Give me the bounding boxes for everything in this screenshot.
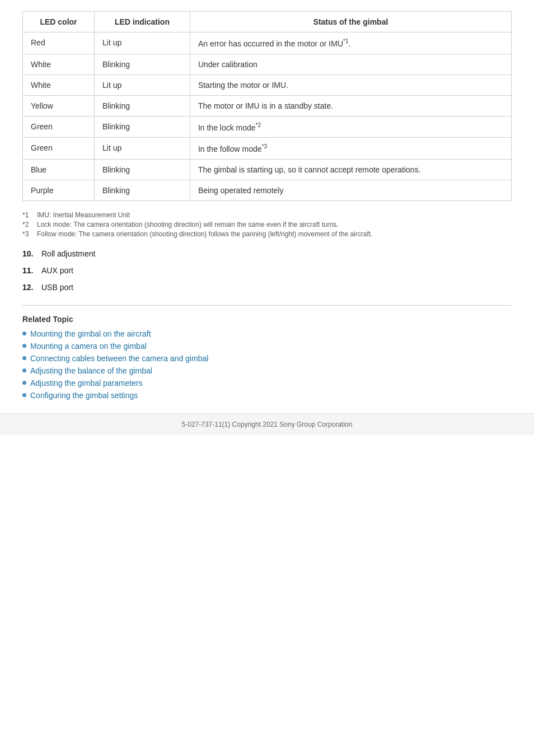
list-item: Adjusting the gimbal parameters	[22, 379, 512, 388]
table-row: BlueBlinkingThe gimbal is starting up, s…	[23, 159, 512, 180]
list-item: Adjusting the balance of the gimbal	[22, 366, 512, 375]
section-label: USB port	[41, 283, 73, 292]
bullet-icon	[22, 344, 26, 348]
section-number: 10.	[22, 249, 38, 258]
footnote-item: *1IMU: Inertial Measurement Unit	[22, 211, 512, 219]
footnote-text: Lock mode: The camera orientation (shoot…	[37, 221, 339, 228]
footnote-text: IMU: Inertial Measurement Unit	[37, 211, 130, 219]
cell-led-indication: Lit up	[95, 74, 190, 95]
list-item: Mounting the gimbal on the aircraft	[22, 329, 512, 338]
cell-led-status: Starting the motor or IMU.	[190, 74, 511, 95]
footnotes-section: *1IMU: Inertial Measurement Unit*2Lock m…	[22, 211, 512, 238]
cell-led-color: Blue	[23, 159, 95, 180]
table-header-indication: LED indication	[95, 12, 190, 32]
section-label: Roll adjustment	[41, 249, 96, 258]
table-header-status: Status of the gimbal	[190, 12, 511, 32]
bullet-icon	[22, 368, 26, 372]
table-row: WhiteLit upStarting the motor or IMU.	[23, 74, 512, 95]
related-link[interactable]: Mounting the gimbal on the aircraft	[30, 329, 151, 338]
related-links-list: Mounting the gimbal on the aircraftMount…	[22, 329, 512, 400]
footnote-num: *2	[22, 221, 34, 228]
section-divider	[22, 305, 512, 306]
cell-led-status: Under calibration	[190, 54, 511, 74]
cell-led-status: In the lock mode*2	[190, 116, 511, 138]
section-item: 11.AUX port	[22, 266, 512, 275]
related-link[interactable]: Connecting cables between the camera and…	[30, 354, 208, 363]
cell-led-color: Red	[23, 32, 95, 54]
table-row: YellowBlinkingThe motor or IMU is in a s…	[23, 95, 512, 116]
cell-led-indication: Blinking	[95, 95, 190, 116]
related-link[interactable]: Adjusting the balance of the gimbal	[30, 366, 152, 375]
footnote-item: *2Lock mode: The camera orientation (sho…	[22, 221, 512, 228]
cell-led-indication: Lit up	[95, 32, 190, 54]
cell-led-status: Being operated remotely	[190, 180, 511, 200]
related-link[interactable]: Configuring the gimbal settings	[30, 391, 138, 400]
cell-led-indication: Lit up	[95, 138, 190, 160]
bullet-icon	[22, 332, 26, 335]
cell-led-indication: Blinking	[95, 180, 190, 200]
footer-text: 5-027-737-11(1) Copyright 2021 Sony Grou…	[182, 421, 353, 428]
section-number: 11.	[22, 266, 38, 275]
table-row: GreenLit upIn the follow mode*3	[23, 138, 512, 160]
table-row: GreenBlinkingIn the lock mode*2	[23, 116, 512, 138]
cell-led-color: Purple	[23, 180, 95, 200]
related-link[interactable]: Mounting a camera on the gimbal	[30, 342, 147, 351]
cell-led-color: Green	[23, 116, 95, 138]
list-item: Mounting a camera on the gimbal	[22, 342, 512, 351]
cell-led-color: Yellow	[23, 95, 95, 116]
footnote-text: Follow mode: The camera orientation (sho…	[37, 230, 372, 238]
list-item: Configuring the gimbal settings	[22, 391, 512, 400]
related-topic-title: Related Topic	[22, 315, 512, 324]
footnote-item: *3Follow mode: The camera orientation (s…	[22, 230, 512, 238]
cell-led-status: An error has occurred in the motor or IM…	[190, 32, 511, 54]
bullet-icon	[22, 393, 26, 397]
cell-led-indication: Blinking	[95, 159, 190, 180]
cell-led-status: The motor or IMU is in a standby state.	[190, 95, 511, 116]
footnote-num: *1	[22, 211, 34, 219]
footnote-num: *3	[22, 230, 34, 238]
section-item: 10.Roll adjustment	[22, 249, 512, 258]
related-topic-section: Related Topic Mounting the gimbal on the…	[22, 315, 512, 400]
cell-led-color: White	[23, 54, 95, 74]
cell-led-color: White	[23, 74, 95, 95]
table-row: PurpleBlinkingBeing operated remotely	[23, 180, 512, 200]
section-item: 12.USB port	[22, 283, 512, 292]
cell-led-indication: Blinking	[95, 116, 190, 138]
bullet-icon	[22, 381, 26, 385]
cell-led-color: Green	[23, 138, 95, 160]
cell-led-status: The gimbal is starting up, so it cannot …	[190, 159, 511, 180]
cell-led-status: In the follow mode*3	[190, 138, 511, 160]
table-row: WhiteBlinkingUnder calibration	[23, 54, 512, 74]
section-label: AUX port	[41, 266, 73, 275]
section-number: 12.	[22, 283, 38, 292]
page-footer: 5-027-737-11(1) Copyright 2021 Sony Grou…	[0, 413, 534, 435]
led-table: LED color LED indication Status of the g…	[22, 11, 512, 201]
list-item: Connecting cables between the camera and…	[22, 354, 512, 363]
cell-led-indication: Blinking	[95, 54, 190, 74]
bullet-icon	[22, 356, 26, 360]
table-row: RedLit upAn error has occurred in the mo…	[23, 32, 512, 54]
related-link[interactable]: Adjusting the gimbal parameters	[30, 379, 143, 388]
table-header-color: LED color	[23, 12, 95, 32]
